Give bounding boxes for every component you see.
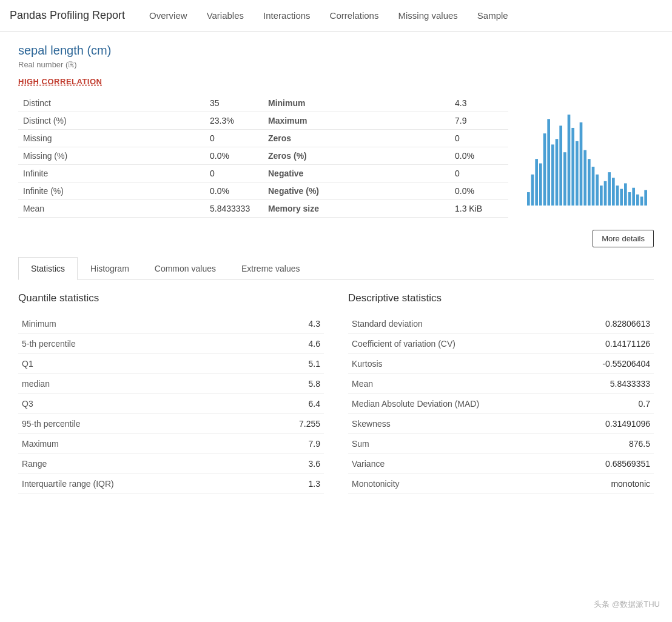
histogram-svg xyxy=(526,115,648,212)
tabs-container: StatisticsHistogramCommon valuesExtreme … xyxy=(18,257,654,280)
descriptive-row-4: Median Absolute Deviation (MAD)0.7 xyxy=(348,394,654,414)
histogram-bar xyxy=(636,195,639,206)
descriptive-value: 0.7 xyxy=(565,394,654,414)
quantile-label: Interquartile range (IQR) xyxy=(18,474,256,494)
histogram-bar xyxy=(576,141,579,206)
stat-row-right-5: Negative (%)0.0% xyxy=(263,182,508,200)
quantile-row-2: Q15.1 xyxy=(18,354,324,374)
tab-histogram[interactable]: Histogram xyxy=(78,257,142,279)
tab-statistics[interactable]: Statistics xyxy=(18,257,78,280)
stat-row-right-6: Memory size1.3 KiB xyxy=(263,200,508,218)
descriptive-table: Standard deviation0.82806613Coefficient … xyxy=(348,314,654,494)
high-correlation-alert: HIGH CORRELATION xyxy=(18,77,102,86)
quantile-value: 3.6 xyxy=(256,454,324,474)
descriptive-row-6: Sum876.5 xyxy=(348,434,654,454)
histogram-bar xyxy=(535,159,538,206)
stat-value: 5.8433333 xyxy=(210,204,258,213)
descriptive-value: 0.14171126 xyxy=(565,334,654,354)
quantile-row-5: 95-th percentile7.255 xyxy=(18,414,324,434)
descriptive-value: monotonic xyxy=(565,474,654,494)
quantile-label: 95-th percentile xyxy=(18,414,256,434)
stat-value: 0.0% xyxy=(455,151,503,161)
more-details-button[interactable]: More details xyxy=(593,230,654,247)
descriptive-label: Monotonicity xyxy=(348,474,565,494)
quantile-title: Quantile statistics xyxy=(18,292,324,304)
stat-label: Mean xyxy=(23,204,210,213)
more-details-container: More details xyxy=(18,230,654,247)
histogram-bar xyxy=(527,192,530,206)
histogram-bar xyxy=(608,172,611,206)
quantile-value: 7.255 xyxy=(256,414,324,434)
quantile-value: 5.1 xyxy=(256,354,324,374)
nav-links: Overview Variables Interactions Correlat… xyxy=(149,10,508,21)
detail-stats: Quantile statistics Minimum4.35-th perce… xyxy=(18,292,654,494)
nav-overview[interactable]: Overview xyxy=(149,10,187,21)
quantile-label: Q1 xyxy=(18,354,256,374)
stat-value: 35 xyxy=(210,98,258,108)
descriptive-value: 5.8433333 xyxy=(565,374,654,394)
stat-row-right-0: Minimum4.3 xyxy=(263,95,508,112)
tab-extreme-values[interactable]: Extreme values xyxy=(229,257,312,279)
quantile-value: 6.4 xyxy=(256,394,324,414)
histogram-bar xyxy=(620,189,623,206)
histogram-bar xyxy=(531,175,534,206)
descriptive-row-3: Mean5.8433333 xyxy=(348,374,654,394)
quantile-section: Quantile statistics Minimum4.35-th perce… xyxy=(18,292,324,494)
tab-common-values[interactable]: Common values xyxy=(142,257,229,279)
quantile-value: 1.3 xyxy=(256,474,324,494)
histogram-bar xyxy=(539,163,542,206)
descriptive-label: Standard deviation xyxy=(348,314,565,334)
quantile-row-8: Interquartile range (IQR)1.3 xyxy=(18,474,324,494)
descriptive-row-5: Skewness0.31491096 xyxy=(348,414,654,434)
stat-row-left-6: Mean5.8433333 xyxy=(18,200,263,218)
stat-value: 0 xyxy=(455,133,503,143)
stat-row-left-0: Distinct35 xyxy=(18,95,263,112)
histogram-bar xyxy=(612,178,615,206)
quantile-row-7: Range3.6 xyxy=(18,454,324,474)
histogram-bar xyxy=(583,150,586,206)
histogram-bar xyxy=(556,139,559,206)
histogram-bar xyxy=(628,192,631,206)
stats-and-chart: Distinct35Distinct (%)23.3%Missing0Missi… xyxy=(18,95,654,218)
quantile-table: Minimum4.35-th percentile4.6Q15.1median5… xyxy=(18,314,324,494)
stat-label: Missing xyxy=(23,133,210,143)
nav-missing-values[interactable]: Missing values xyxy=(398,10,457,21)
histogram-bar xyxy=(543,133,546,206)
stat-value: 0.0% xyxy=(210,186,258,196)
descriptive-label: Mean xyxy=(348,374,565,394)
histogram-bar xyxy=(588,159,591,206)
descriptive-label: Median Absolute Deviation (MAD) xyxy=(348,394,565,414)
quantile-label: median xyxy=(18,374,256,394)
histogram-bar xyxy=(563,152,566,206)
variable-header: sepal length (cm) Real number (ℝ) HIGH C… xyxy=(18,44,654,95)
nav-sample[interactable]: Sample xyxy=(477,10,508,21)
main-content: sepal length (cm) Real number (ℝ) HIGH C… xyxy=(0,32,672,506)
stat-label: Negative (%) xyxy=(268,186,455,196)
nav-correlations[interactable]: Correlations xyxy=(330,10,379,21)
histogram-bar xyxy=(571,128,574,206)
descriptive-label: Skewness xyxy=(348,414,565,434)
quantile-value: 4.6 xyxy=(256,334,324,354)
quantile-label: Q3 xyxy=(18,394,256,414)
histogram-bar xyxy=(551,144,554,206)
nav-interactions[interactable]: Interactions xyxy=(263,10,311,21)
quantile-label: Range xyxy=(18,454,256,474)
nav-variables[interactable]: Variables xyxy=(207,10,244,21)
quantile-value: 5.8 xyxy=(256,374,324,394)
stats-right-col: Minimum4.3Maximum7.9Zeros0Zeros (%)0.0%N… xyxy=(263,95,508,218)
stats-table-container: Distinct35Distinct (%)23.3%Missing0Missi… xyxy=(18,95,508,218)
descriptive-row-0: Standard deviation0.82806613 xyxy=(348,314,654,334)
stat-row-left-2: Missing0 xyxy=(18,130,263,147)
stats-grid: Distinct35Distinct (%)23.3%Missing0Missi… xyxy=(18,95,508,218)
variable-type: Real number (ℝ) xyxy=(18,60,654,69)
descriptive-section: Descriptive statistics Standard deviatio… xyxy=(348,292,654,494)
histogram-bar xyxy=(580,122,583,206)
quantile-row-0: Minimum4.3 xyxy=(18,314,324,334)
stat-label: Zeros xyxy=(268,133,455,143)
stat-value: 1.3 KiB xyxy=(455,204,503,213)
histogram-bar xyxy=(624,183,627,206)
stat-row-right-2: Zeros0 xyxy=(263,130,508,147)
histogram-bar xyxy=(559,125,562,206)
stat-label: Zeros (%) xyxy=(268,151,455,161)
histogram-chart xyxy=(520,95,654,218)
